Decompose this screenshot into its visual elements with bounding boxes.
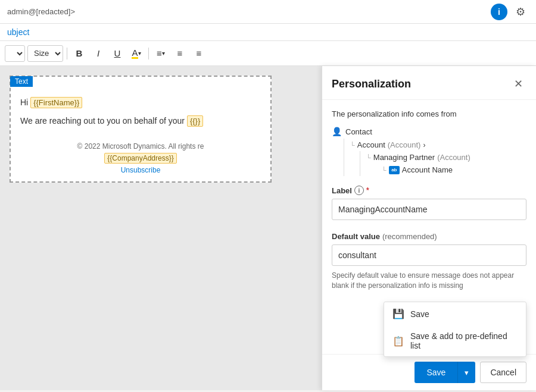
list-button[interactable]: ≡ xyxy=(172,45,188,62)
default-value-label: Default value (recommended) xyxy=(332,232,526,241)
tree-children: └ Account (Account) › └ Managing Partner… xyxy=(344,139,526,176)
tree-account-name-group: └ ab Account Name xyxy=(376,164,526,176)
tree-root[interactable]: 👤 Contact xyxy=(332,124,526,139)
font-color-button[interactable]: A ▾ xyxy=(128,45,145,62)
personalization-panel: Personalization ✕ The personalization in… xyxy=(322,66,536,390)
info-icon[interactable]: i xyxy=(491,4,507,20)
tree-managing-partner[interactable]: └ Managing Partner (Account) xyxy=(366,151,526,164)
save-button[interactable]: Save xyxy=(415,362,457,383)
personalization-tree: 👤 Contact └ Account (Account) › └ Managi… xyxy=(332,124,526,176)
save-button-group: Save ▾ xyxy=(415,362,475,383)
line1-prefix: Hi xyxy=(20,98,30,107)
copyright-text: © 2022 Microsoft Dynamics. All rights re xyxy=(20,142,261,150)
tree-account-name[interactable]: └ ab Account Name xyxy=(382,164,526,176)
chevron-down-icon: ▾ xyxy=(465,368,469,377)
person-icon: 👤 xyxy=(332,127,342,136)
tree-root-label: Contact xyxy=(345,127,372,136)
firstname-tag[interactable]: {{FirstName}} xyxy=(30,97,82,108)
save-chevron-button[interactable]: ▾ xyxy=(457,362,475,383)
tree-line-icon: └ xyxy=(350,142,355,149)
bold-button[interactable]: B xyxy=(71,45,88,62)
label-info-icon[interactable]: i xyxy=(354,186,364,195)
tree-account-item[interactable]: └ Account (Account) › xyxy=(350,139,526,151)
unsubscribe-link[interactable]: Unsubscribe xyxy=(20,166,261,174)
font-select[interactable] xyxy=(5,45,25,62)
toolbar-separator-1 xyxy=(67,48,67,59)
cancel-button[interactable]: Cancel xyxy=(480,362,526,383)
email-line-2: We are reaching out to you on behalf of … xyxy=(20,114,261,128)
text-label: Text xyxy=(10,76,33,87)
top-bar: admin@[redacted]> i ⚙ xyxy=(0,0,536,24)
dropdown-save-predefined-item[interactable]: 📋 Save & add to pre-defined list xyxy=(384,325,526,356)
email-line-1: Hi {{FirstName}} xyxy=(20,96,261,109)
toolbar-separator-2 xyxy=(148,48,149,59)
helper-text: Specify default value to ensure message … xyxy=(332,271,526,291)
company-address-tag[interactable]: {{CompanyAddress}} xyxy=(104,153,176,164)
editor-toolbar: Size B I U A ▾ ≡▾ ≡ ≡ xyxy=(0,41,536,66)
label-form-group: Label i * xyxy=(332,186,526,222)
subject-row[interactable]: ubject xyxy=(0,24,536,41)
tree-line-icon-2: └ xyxy=(366,154,371,161)
field-icon: ab xyxy=(389,166,400,174)
panel-close-button[interactable]: ✕ xyxy=(510,76,526,92)
tree-line-icon-3: └ xyxy=(382,167,387,174)
tree-grandchild: └ Managing Partner (Account) └ ab Accoun… xyxy=(360,151,526,176)
default-value-input[interactable] xyxy=(332,244,526,266)
dropdown-save-item[interactable]: 💾 Save xyxy=(384,302,526,325)
dropdown-save-predefined-label: Save & add to pre-defined list xyxy=(410,331,518,350)
chevron-right-icon: › xyxy=(423,141,425,149)
label-input-wrapper xyxy=(332,199,526,222)
save-dropdown-menu: 💾 Save 📋 Save & add to pre-defined list xyxy=(384,302,526,357)
dropdown-save-label: Save xyxy=(410,309,429,319)
line2-prefix: We are reaching out to you on behalf of … xyxy=(20,116,187,126)
subject-label: ubject xyxy=(7,27,29,37)
panel-title: Personalization xyxy=(332,78,411,90)
info-text: The personalization info comes from xyxy=(332,109,526,118)
save-menu-icon: 💾 xyxy=(392,308,404,319)
panel-header: Personalization ✕ xyxy=(322,66,536,100)
email-block: Text Hi {{FirstName}} We are reaching ou… xyxy=(10,76,272,183)
main-area: Text Hi {{FirstName}} We are reaching ou… xyxy=(0,66,536,390)
size-select[interactable]: Size xyxy=(27,45,63,62)
email-footer: © 2022 Microsoft Dynamics. All rights re… xyxy=(20,142,261,174)
top-bar-actions: i ⚙ xyxy=(491,4,529,20)
gear-icon[interactable]: ⚙ xyxy=(512,4,529,20)
managing-partner-sublabel: (Account) xyxy=(437,153,470,162)
label-field-label: Label i * xyxy=(332,186,526,195)
panel-footer: Save ▾ Cancel xyxy=(322,354,536,390)
email-content: Hi {{FirstName}} We are reaching out to … xyxy=(20,96,261,128)
default-value-form-group: Default value (recommended) Specify defa… xyxy=(332,232,526,291)
required-indicator: * xyxy=(366,186,369,195)
active-tag[interactable]: {{}} xyxy=(187,115,203,127)
italic-button[interactable]: I xyxy=(90,45,107,62)
default-value-label-suffix: (recommended) xyxy=(382,232,437,241)
managing-partner-label: Managing Partner xyxy=(373,153,435,162)
more-button[interactable]: ≡ xyxy=(191,45,207,62)
user-email: admin@[redacted]> xyxy=(7,7,75,16)
save-predefined-icon: 📋 xyxy=(392,335,404,347)
account-name-label: Account Name xyxy=(402,165,453,174)
underline-button[interactable]: U xyxy=(109,45,126,62)
align-button[interactable]: ≡▾ xyxy=(152,45,169,62)
account-sublabel: (Account) xyxy=(388,140,421,149)
label-input[interactable] xyxy=(332,199,526,220)
account-label: Account xyxy=(357,140,385,149)
